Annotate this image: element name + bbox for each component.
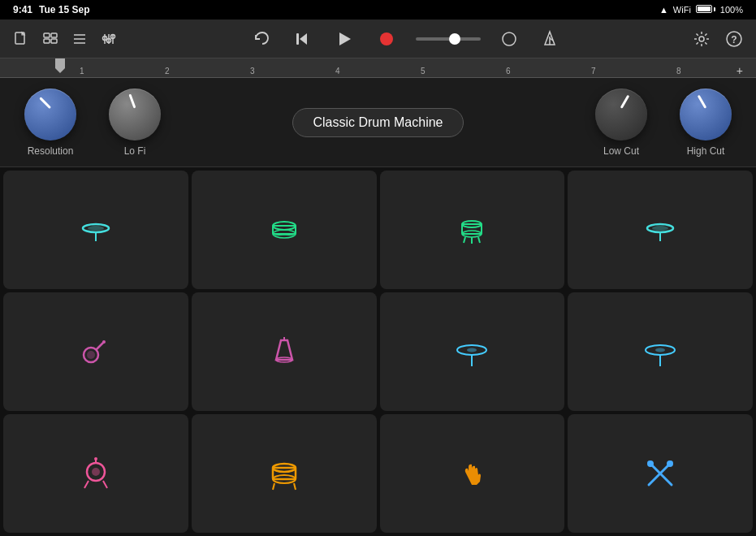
svg-point-27 [88, 226, 104, 231]
svg-point-53 [655, 348, 665, 352]
svg-point-69 [667, 460, 673, 467]
play-button[interactable] [331, 26, 357, 52]
lowcut-label: Low Cut [603, 145, 639, 157]
svg-line-37 [464, 237, 465, 243]
svg-line-64 [273, 483, 274, 490]
svg-rect-15 [296, 33, 299, 45]
timeline-ruler: 1 2 3 4 5 6 7 8 + [0, 58, 756, 78]
wifi-icon: ▲ [659, 5, 668, 15]
wifi-label: WiFi [673, 5, 691, 15]
pad-drum[interactable] [192, 414, 377, 533]
highcut-knob[interactable] [680, 89, 732, 140]
svg-line-57 [84, 481, 89, 488]
hihat-icon [76, 210, 115, 249]
svg-point-18 [503, 32, 516, 45]
status-time: 9:41 [13, 4, 32, 15]
svg-line-45 [96, 342, 104, 350]
svg-rect-3 [44, 39, 50, 43]
tom-icon [452, 210, 491, 249]
resolution-knob[interactable] [24, 89, 76, 140]
battery-icon [696, 4, 715, 15]
svg-rect-2 [51, 33, 57, 37]
svg-text:?: ? [731, 34, 737, 45]
cymbal2-icon [641, 332, 680, 371]
pad-speaker[interactable] [3, 414, 188, 533]
circle-button[interactable] [497, 27, 521, 51]
resolution-label: Resolution [28, 145, 74, 157]
new-button[interactable] [10, 28, 32, 50]
svg-rect-4 [51, 39, 57, 43]
svg-line-65 [294, 483, 296, 490]
highcut-knob-group: High Cut [680, 89, 732, 157]
hihat2-icon [641, 210, 680, 249]
svg-point-60 [94, 457, 97, 460]
svg-point-17 [380, 32, 393, 45]
svg-marker-16 [339, 32, 351, 45]
pad-hihat[interactable] [3, 171, 188, 289]
skip-back-button[interactable] [289, 26, 315, 52]
volume-slider[interactable] [416, 37, 481, 41]
help-button[interactable]: ? [722, 27, 746, 51]
pad-hand[interactable] [380, 414, 565, 533]
pad-tom[interactable] [380, 171, 565, 289]
pad-cymbal2[interactable] [568, 292, 753, 411]
svg-point-68 [647, 460, 654, 467]
lofi-knob[interactable] [109, 89, 161, 140]
pad-cowbell[interactable] [192, 292, 377, 411]
metronome-button[interactable] [538, 27, 562, 51]
svg-point-22 [699, 37, 704, 41]
toolbar: ? [0, 19, 756, 58]
controls-area: Resolution Lo Fi Classic Drum Machine Lo… [0, 78, 756, 167]
volume-handle[interactable] [449, 33, 460, 45]
cymbal-icon [452, 332, 491, 371]
svg-point-41 [652, 226, 668, 231]
svg-rect-1 [44, 33, 50, 37]
highcut-label: High Cut [687, 145, 725, 157]
svg-line-58 [103, 481, 107, 488]
undo-button[interactable] [248, 27, 273, 51]
pad-shaker[interactable] [3, 292, 188, 411]
snare-icon [265, 210, 304, 249]
svg-point-46 [102, 340, 106, 344]
mixer-button[interactable] [97, 28, 120, 50]
record-button[interactable] [374, 26, 400, 52]
pad-cymbal[interactable] [380, 292, 565, 411]
lowcut-knob-group: Low Cut [595, 89, 647, 157]
svg-point-50 [467, 348, 477, 352]
status-bar: 9:41 Tue 15 Sep ▲ WiFi 100% [0, 0, 756, 19]
lofi-label: Lo Fi [124, 145, 146, 157]
speaker-icon [76, 454, 115, 493]
svg-marker-14 [300, 33, 307, 45]
pads-grid [0, 167, 756, 536]
battery-label: 100% [720, 5, 743, 15]
status-date: Tue 15 Sep [39, 4, 89, 15]
svg-line-39 [478, 237, 480, 243]
pad-snare[interactable] [192, 171, 377, 289]
instrument-badge: Classic Drum Machine [193, 108, 563, 137]
sticks-icon [641, 454, 680, 493]
cowbell-icon [265, 332, 304, 371]
drum-icon [265, 454, 304, 493]
svg-point-56 [92, 468, 100, 476]
hand-icon [452, 454, 491, 493]
resolution-knob-group: Resolution [24, 89, 76, 157]
lowcut-knob[interactable] [595, 89, 647, 140]
settings-button[interactable] [689, 27, 714, 51]
view-button[interactable] [39, 28, 62, 50]
list-button[interactable] [68, 28, 91, 50]
instrument-name: Classic Drum Machine [292, 108, 463, 137]
svg-rect-35 [462, 224, 482, 234]
pad-hihat2[interactable] [568, 171, 753, 289]
svg-rect-62 [273, 468, 296, 479]
lofi-knob-group: Lo Fi [109, 89, 161, 157]
shaker-icon [76, 332, 115, 371]
svg-point-44 [87, 351, 95, 359]
pad-sticks[interactable] [568, 414, 753, 533]
